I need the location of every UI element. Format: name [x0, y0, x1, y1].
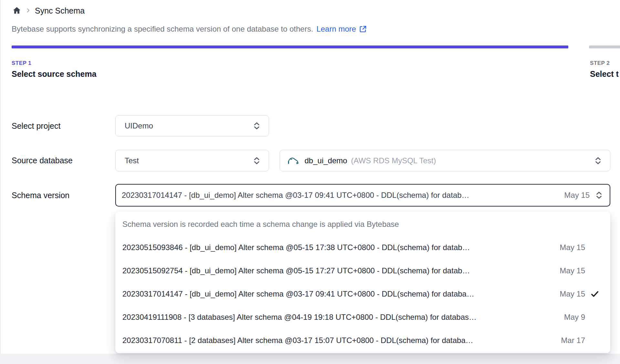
progress-bar-step2 [589, 46, 620, 48]
option-text: 20230317070811 - [2 databases] Alter sch… [122, 336, 561, 345]
option-date: May 15 [560, 289, 585, 298]
intro-line: Bytebase supports synchronizing a specif… [12, 25, 367, 34]
progress-bar-step1 [12, 46, 568, 48]
source-database-label: Source database [12, 150, 73, 171]
database-select[interactable]: db_ui_demo (AWS RDS MySQL Test) [280, 150, 610, 171]
chevrons-up-down-icon [253, 157, 260, 165]
sidebar-edge-divider [0, 0, 1, 364]
home-icon[interactable] [12, 6, 21, 15]
chevrons-up-down-icon [594, 157, 602, 165]
option-date: May 15 [560, 243, 585, 252]
option-date: May 15 [560, 266, 585, 275]
sync-schema-page: › Sync Schema Bytebase supports synchron… [0, 0, 620, 364]
project-select-value: UIDemo [125, 121, 153, 130]
step1-header: STEP 1 Select source schema [12, 60, 97, 79]
option-text: 20230419111908 - [3 databases] Alter sch… [122, 313, 564, 322]
option-date: May 9 [564, 313, 585, 322]
chevrons-up-down-icon [253, 122, 260, 130]
option-text: 20230515092754 - [db_ui_demo] Alter sche… [122, 266, 560, 275]
option-text: 20230515093846 - [db_ui_demo] Alter sche… [122, 243, 560, 252]
project-select[interactable]: UIDemo [115, 115, 269, 136]
learn-more-label: Learn more [316, 25, 356, 34]
page-title: Sync Schema [35, 6, 85, 15]
schema-version-option[interactable]: 20230317070811 - [2 databases] Alter sch… [115, 329, 610, 352]
schema-version-select[interactable]: 20230317014147 - [db_ui_demo] Alter sche… [115, 184, 610, 207]
database-name: db_ui_demo [305, 156, 347, 165]
environment-select-value: Test [125, 156, 139, 165]
schema-version-dropdown: Schema version is recorded each time a s… [115, 212, 610, 353]
schema-version-label: Schema version [12, 184, 69, 207]
schema-version-select-date: May 15 [564, 191, 590, 200]
breadcrumb: › Sync Schema [12, 6, 85, 15]
check-icon [588, 289, 602, 298]
schema-version-option-list: 20230515093846 - [db_ui_demo] Alter sche… [115, 236, 610, 352]
database-instance: (AWS RDS MySQL Test) [351, 156, 436, 165]
option-text: 20230317014147 - [db_ui_demo] Alter sche… [122, 289, 560, 298]
learn-more-link[interactable]: Learn more [316, 25, 367, 34]
select-project-label: Select project [12, 115, 60, 136]
chevrons-up-down-icon [595, 191, 603, 199]
schema-version-select-value: 20230317014147 - [db_ui_demo] Alter sche… [122, 191, 559, 200]
external-link-icon [359, 25, 367, 33]
step2-title: Select t [590, 69, 619, 79]
mysql-icon [287, 155, 299, 167]
schema-version-option[interactable]: 20230515092754 - [db_ui_demo] Alter sche… [115, 259, 610, 282]
schema-version-option[interactable]: 20230317014147 - [db_ui_demo] Alter sche… [115, 282, 610, 306]
page-bottom-background [0, 354, 620, 364]
schema-version-option[interactable]: 20230419111908 - [3 databases] Alter sch… [115, 306, 610, 329]
step1-label: STEP 1 [12, 60, 97, 66]
environment-select[interactable]: Test [115, 150, 269, 171]
step2-header: STEP 2 Select t [590, 60, 619, 79]
step2-label: STEP 2 [590, 60, 619, 66]
chevron-right-icon: › [26, 5, 30, 15]
intro-text: Bytebase supports synchronizing a specif… [12, 25, 313, 34]
schema-version-option[interactable]: 20230515093846 - [db_ui_demo] Alter sche… [115, 236, 610, 259]
option-date: Mar 17 [561, 336, 585, 345]
dropdown-note: Schema version is recorded each time a s… [115, 213, 610, 236]
step1-title: Select source schema [12, 69, 97, 79]
